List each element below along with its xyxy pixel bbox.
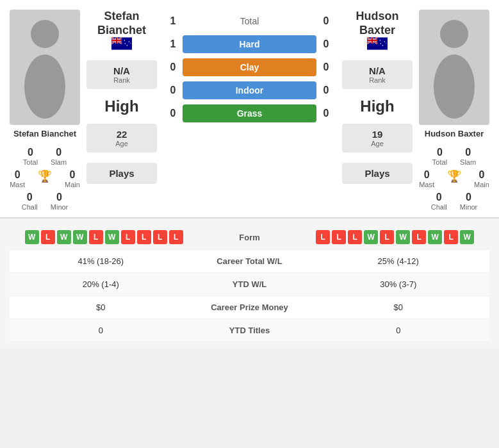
left-badge-8: L: [153, 230, 167, 244]
right-badges-container: L L L W L W L W L W: [301, 230, 490, 244]
stat-row-2: $0 Career Prize Money $0: [10, 296, 489, 319]
right-rank-box: N/A Rank: [342, 60, 413, 89]
left-player-stats: 0 Total 0 Slam 0 Mast 🏆: [6, 144, 83, 211]
right-badge-7: W: [428, 230, 442, 244]
left-header-name-line1: Stefan: [97, 10, 146, 24]
stat-right-0: 25% (4-12): [307, 256, 490, 266]
right-mast: 0 Mast: [419, 169, 434, 188]
left-stats-row-2: 0 Mast 🏆 0 Main: [10, 169, 80, 188]
left-form-badges: W L W W L W L L L L: [10, 230, 199, 244]
grass-score-left: 0: [163, 108, 183, 119]
total-label: Total: [183, 12, 316, 30]
right-player-photo: [419, 10, 489, 125]
svg-point-0: [31, 20, 59, 48]
hard-btn[interactable]: Hard: [183, 35, 316, 53]
stat-left-0: 41% (18-26): [10, 256, 192, 266]
svg-text:★: ★: [382, 44, 384, 47]
left-header: Stefan Bianchet ★ ★ ★: [97, 10, 146, 52]
left-badges-container: W L W W L W L L L L: [10, 230, 199, 244]
left-minor: 0 Minor: [51, 192, 69, 211]
indoor-score-left: 0: [163, 85, 183, 96]
left-stats-row-3: 0 Chall 0 Minor: [22, 192, 69, 211]
left-slam: 0 Slam: [51, 147, 67, 166]
top-section: Stefan Bianchet 0 Total 0 Slam 0 Mast: [0, 0, 499, 218]
right-badge-2: L: [348, 230, 362, 244]
total-score-right: 0: [316, 15, 336, 27]
surface-row-indoor: 0 Indoor 0: [163, 81, 336, 99]
form-row: W L W W L W L L L L Form L L L W: [10, 225, 489, 250]
left-badge-0: W: [25, 230, 39, 244]
stat-left-2: $0: [10, 303, 192, 312]
svg-text:★: ★: [379, 39, 381, 42]
right-total: 0 Total: [432, 147, 447, 166]
stat-row-0: 41% (18-26) Career Total W/L 25% (4-12): [10, 250, 489, 273]
left-flag: ★ ★ ★ ★ ★: [111, 37, 132, 50]
stat-left-3: 0: [10, 326, 192, 335]
left-rank-box: N/A Rank: [86, 60, 157, 89]
left-player-card: Stefan Bianchet 0 Total 0 Slam 0 Mast: [6, 10, 83, 211]
stat-row-1: 20% (1-4) YTD W/L 30% (3-7): [10, 273, 489, 296]
left-stats-row-1: 0 Total 0 Slam: [23, 147, 67, 166]
right-badge-6: L: [412, 230, 426, 244]
right-player-card: Hudson Baxter 0 Total 0 Slam 0 Mast: [416, 10, 493, 211]
svg-rect-11: [111, 40, 122, 41]
total-score-left: 1: [163, 15, 183, 27]
right-middle-panel: Hudson Baxter ★ ★ ★ ★ ★: [339, 10, 416, 211]
svg-text:★: ★: [124, 39, 126, 42]
left-chall: 0 Chall: [22, 192, 38, 211]
right-badge-0: L: [316, 230, 330, 244]
right-high: High: [360, 97, 394, 115]
surface-row-hard: 1 Hard 0: [163, 35, 336, 53]
svg-text:★: ★: [126, 44, 128, 47]
grass-btn[interactable]: Grass: [183, 104, 316, 122]
center-section: 1 Total 0 1 Hard 0 0 Clay 0 0 Indoor 0: [160, 10, 339, 211]
grass-score-right: 0: [316, 108, 336, 119]
right-badge-1: L: [332, 230, 346, 244]
left-badge-7: L: [137, 230, 151, 244]
right-stats-row-2: 0 Mast 🏆 0 Main: [419, 169, 489, 188]
left-badge-9: L: [169, 230, 183, 244]
svg-text:★: ★: [124, 42, 126, 45]
right-age-box: 19 Age: [342, 124, 413, 153]
left-badge-6: L: [121, 230, 135, 244]
right-header-name-line2: Baxter: [356, 24, 399, 38]
stat-center-0: Career Total W/L: [192, 256, 307, 266]
right-player-name: Hudson Baxter: [425, 129, 484, 138]
svg-point-33: [434, 54, 475, 119]
clay-score-right: 0: [316, 62, 336, 73]
stat-left-1: 20% (1-4): [10, 279, 192, 289]
stat-right-3: 0: [307, 326, 490, 335]
form-section: W L W W L W L L L L Form L L L W: [0, 218, 499, 349]
left-main: 0 Main: [65, 169, 80, 188]
stat-center-3: YTD Titles: [192, 326, 307, 335]
clay-score-left: 0: [163, 62, 183, 73]
stat-right-1: 30% (3-7): [307, 279, 490, 289]
svg-text:★: ★: [384, 40, 386, 43]
stat-row-3: 0 YTD Titles 0: [10, 319, 489, 342]
right-silhouette: [419, 10, 489, 125]
svg-text:★: ★: [128, 40, 130, 43]
main-container: Stefan Bianchet 0 Total 0 Slam 0 Mast: [0, 0, 499, 349]
right-badge-8: L: [444, 230, 458, 244]
right-header: Hudson Baxter ★ ★ ★ ★ ★: [356, 10, 399, 52]
right-main: 0 Main: [474, 169, 489, 188]
right-form-badges: L L L W L W L W L W: [301, 230, 490, 244]
indoor-btn[interactable]: Indoor: [183, 81, 316, 99]
left-silhouette: [10, 10, 80, 125]
surface-row-grass: 0 Grass 0: [163, 104, 336, 122]
hard-score-left: 1: [163, 38, 183, 50]
right-badge-3: W: [364, 230, 378, 244]
left-player-name: Stefan Bianchet: [13, 129, 76, 138]
indoor-score-right: 0: [316, 85, 336, 96]
stat-center-2: Career Prize Money: [192, 303, 307, 312]
clay-btn[interactable]: Clay: [183, 58, 316, 76]
right-minor: 0 Minor: [460, 192, 478, 211]
left-header-name-line2: Bianchet: [97, 24, 146, 38]
left-middle-panel: Stefan Bianchet ★ ★ ★: [83, 10, 160, 211]
left-badge-2: W: [57, 230, 71, 244]
right-header-name-line1: Hudson: [356, 10, 399, 24]
right-chall: 0 Chall: [431, 192, 447, 211]
stat-center-1: YTD W/L: [192, 279, 307, 289]
left-total: 0 Total: [23, 147, 38, 166]
total-row: 1 Total 0: [163, 12, 336, 30]
